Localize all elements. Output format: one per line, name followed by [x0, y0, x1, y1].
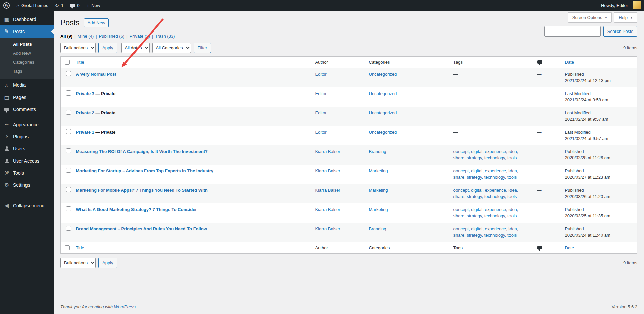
post-title-link[interactable]: Marketing For Startup – Advises From Top… — [76, 168, 214, 173]
sidebar-item-settings[interactable]: ⚙ Settings — [0, 179, 54, 191]
tags-empty-dash: — — [453, 72, 458, 77]
comments-icon — [3, 108, 10, 111]
category-link[interactable]: Uncategorized — [369, 110, 397, 115]
adminbar-my-account[interactable]: Howdy, Editor — [598, 0, 644, 11]
author-link[interactable]: Kiarra Balser — [315, 226, 340, 231]
tags-empty-dash: — — [453, 91, 458, 96]
category-link[interactable]: Branding — [369, 226, 386, 231]
category-link[interactable]: Marketing — [369, 168, 388, 173]
tags-links[interactable]: concept, digital, experience, idea, shar… — [453, 226, 518, 238]
post-title-link[interactable]: Private 2 — [76, 110, 94, 115]
search-input[interactable] — [544, 26, 601, 37]
comments-count-dash: — — [537, 188, 542, 193]
bulk-actions-select[interactable]: Bulk actions — [60, 43, 96, 53]
sidebar-item-tools[interactable]: ⚒ Tools — [0, 167, 54, 179]
post-title-link[interactable]: Private 3 — [76, 91, 94, 96]
author-link[interactable]: Kiarra Balser — [315, 168, 340, 173]
sidebar-item-users[interactable]: Users — [0, 143, 54, 155]
row-checkbox[interactable] — [66, 226, 71, 231]
column-header-title[interactable]: Title — [76, 60, 84, 65]
help-button[interactable]: Help ▼ — [614, 12, 637, 23]
tags-links[interactable]: concept, digital, experience, idea, shar… — [453, 168, 518, 180]
author-link[interactable]: Editor — [315, 110, 327, 115]
media-icon: ♫ — [3, 82, 10, 88]
category-filter-select[interactable]: All Categories — [152, 43, 191, 53]
column-footer-date[interactable]: Date — [565, 245, 574, 250]
author-link[interactable]: Kiarra Balser — [315, 207, 340, 212]
author-link[interactable]: Kiarra Balser — [315, 149, 340, 154]
column-footer-title[interactable]: Title — [76, 245, 84, 250]
search-posts-button[interactable]: Search Posts — [603, 26, 637, 37]
adminbar-updates[interactable]: ↻ 1 — [52, 0, 67, 11]
submenu-item-tags[interactable]: Tags — [0, 67, 54, 76]
post-title-link[interactable]: What Is A Good Marketing Strategy? 7 Thi… — [76, 207, 197, 212]
category-link[interactable]: Uncategorized — [369, 130, 397, 135]
submenu-item-categories[interactable]: Categories — [0, 58, 54, 67]
category-link[interactable]: Branding — [369, 149, 386, 154]
pushpin-icon: ✎ — [3, 29, 10, 34]
adminbar-site-name[interactable]: ⌂ GretaThemes — [13, 0, 52, 11]
filter-button[interactable]: Filter — [194, 43, 211, 53]
column-header-author: Author — [312, 56, 366, 68]
wordpress-link[interactable]: WordPress — [114, 304, 136, 309]
category-link[interactable]: Marketing — [369, 188, 388, 193]
author-link[interactable]: Editor — [315, 72, 327, 77]
sidebar-item-posts[interactable]: ✎ Posts — [0, 25, 54, 38]
view-published-link[interactable]: Published (6) — [99, 34, 125, 39]
sidebar-item-media[interactable]: ♫ Media — [0, 79, 54, 91]
adminbar-new[interactable]: + New — [83, 0, 104, 11]
post-status: Published — [565, 71, 634, 78]
author-link[interactable]: Editor — [315, 130, 327, 135]
sidebar-item-user-access[interactable]: User Access — [0, 155, 54, 167]
apply-button-bottom[interactable]: Apply — [98, 258, 117, 268]
select-all-checkbox-bottom[interactable] — [65, 245, 70, 250]
tags-empty-dash: — — [453, 110, 458, 115]
view-trash-link[interactable]: Trash (33) — [155, 34, 175, 39]
bulk-actions-select-bottom[interactable]: Bulk actions — [60, 258, 96, 268]
row-checkbox[interactable] — [66, 71, 71, 76]
apply-button[interactable]: Apply — [98, 43, 117, 53]
screen-options-button[interactable]: Screen Options ▼ — [568, 12, 612, 23]
post-title-link[interactable]: Measuring The ROI Of A Campaign, Is It W… — [76, 149, 208, 154]
post-title-link[interactable]: Marketing For Mobile Apps? 7 Things You … — [76, 188, 208, 193]
category-link[interactable]: Uncategorized — [369, 72, 397, 77]
date-filter-select[interactable]: All dates — [121, 43, 150, 53]
row-checkbox[interactable] — [66, 129, 71, 134]
author-link[interactable]: Kiarra Balser — [315, 188, 340, 193]
category-link[interactable]: Marketing — [369, 207, 388, 212]
tags-links[interactable]: concept, digital, experience, idea, shar… — [453, 149, 518, 161]
post-title-suffix: — Private — [94, 110, 116, 115]
adminbar-wordpress-menu[interactable]: W — [0, 0, 13, 11]
sidebar-item-plugins[interactable]: ⚡ Plugins — [0, 131, 54, 143]
adminbar-comments[interactable]: 0 — [67, 0, 83, 11]
sidebar-item-comments[interactable]: Comments — [0, 103, 54, 115]
select-all-checkbox[interactable] — [65, 60, 70, 65]
author-link[interactable]: Editor — [315, 91, 327, 96]
post-title-suffix: — Private — [94, 130, 116, 135]
add-new-button[interactable]: Add New — [84, 18, 109, 27]
row-checkbox[interactable] — [66, 187, 71, 192]
view-private-link[interactable]: Private (3) — [130, 34, 150, 39]
post-title-link[interactable]: A Very Normal Post — [76, 72, 116, 77]
submenu-item-all-posts[interactable]: All Posts — [0, 40, 54, 49]
row-checkbox[interactable] — [66, 90, 71, 96]
sidebar-item-pages[interactable]: ▤ Pages — [0, 91, 54, 103]
tags-links[interactable]: concept, digital, experience, idea, shar… — [453, 207, 518, 218]
view-mine-link[interactable]: Mine (4) — [78, 34, 94, 39]
row-checkbox[interactable] — [66, 206, 71, 211]
row-checkbox[interactable] — [66, 110, 71, 115]
howdy-label: Howdy, Editor — [601, 3, 628, 8]
view-all-link[interactable]: All (9) — [60, 34, 72, 39]
row-checkbox[interactable] — [66, 148, 71, 153]
submenu-item-add-new[interactable]: Add New — [0, 49, 54, 58]
tags-links[interactable]: concept, digital, experience, idea, shar… — [453, 188, 518, 199]
post-title-link[interactable]: Private 1 — [76, 130, 94, 135]
column-footer-author: Author — [312, 242, 366, 254]
collapse-menu-button[interactable]: ◀ Collapse menu — [0, 200, 54, 212]
column-header-date[interactable]: Date — [565, 60, 574, 65]
category-link[interactable]: Uncategorized — [369, 91, 397, 96]
sidebar-item-appearance[interactable]: ✒ Appearance — [0, 119, 54, 131]
row-checkbox[interactable] — [66, 168, 71, 173]
post-title-link[interactable]: Brand Management – Principles And Rules … — [76, 226, 207, 231]
sidebar-item-dashboard[interactable]: ▣ Dashboard — [0, 13, 54, 25]
